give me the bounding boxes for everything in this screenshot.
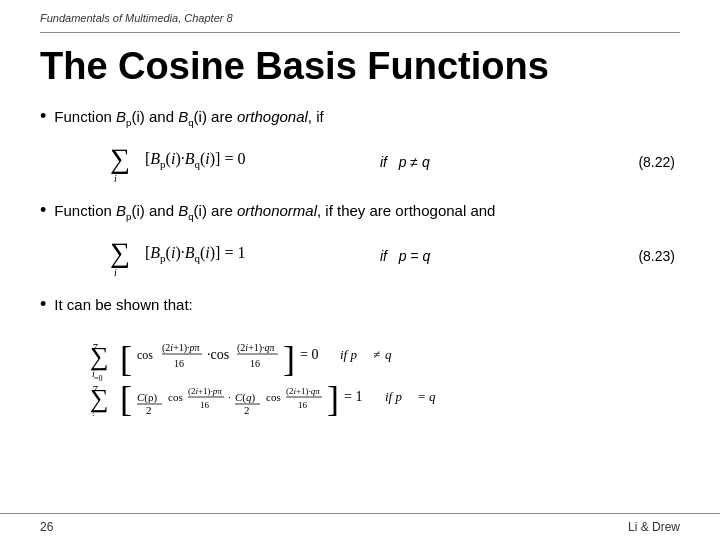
svg-text:16: 16 xyxy=(298,400,308,410)
svg-text:≠: ≠ xyxy=(373,347,380,362)
svg-text:·cos: ·cos xyxy=(207,347,229,362)
svg-text:i: i xyxy=(114,267,117,278)
equation-2-formula: ∑ i [Bp(i)·Bq(i)] = 1 xyxy=(100,228,300,284)
svg-text:i: i xyxy=(114,173,117,184)
bullet-2: • Function Bp(i) and Bq(i) are orthonorm… xyxy=(40,200,680,222)
svg-text:·: · xyxy=(228,391,231,403)
svg-text:16: 16 xyxy=(200,400,210,410)
header-text: Fundamentals of Multimedia, Chapter 8 xyxy=(40,12,233,24)
svg-text:2: 2 xyxy=(244,404,250,416)
bullet-text-2: Function Bp(i) and Bq(i) are orthonormal… xyxy=(54,202,495,222)
bullet-dot-2: • xyxy=(40,200,46,221)
svg-text:16: 16 xyxy=(250,358,260,369)
svg-text:(2i+1)·pπ: (2i+1)·pπ xyxy=(188,386,222,396)
svg-text:∑: ∑ xyxy=(90,384,109,413)
slide-title: The Cosine Basis Functions xyxy=(40,45,680,88)
svg-text:cos: cos xyxy=(266,391,281,403)
svg-text:]: ] xyxy=(327,379,339,416)
svg-text:(2i+1)·qπ: (2i+1)·qπ xyxy=(286,386,320,396)
bullet-1: • Function Bp(i) and Bq(i) are orthogona… xyxy=(40,106,680,128)
svg-text:[: [ xyxy=(120,339,132,379)
footer-bar: 26 Li & Drew xyxy=(0,513,720,540)
svg-text:∑: ∑ xyxy=(110,143,130,174)
page-container: Fundamentals of Multimedia, Chapter 8 Th… xyxy=(0,0,720,540)
svg-text:C(q): C(q) xyxy=(235,391,256,404)
bullet-3: • It can be shown that: xyxy=(40,294,680,315)
bullet-text-1: Function Bp(i) and Bq(i) are orthogonal,… xyxy=(54,108,323,128)
bullet-text-3: It can be shown that: xyxy=(54,296,192,313)
svg-text:q: q xyxy=(385,347,392,362)
svg-text:2: 2 xyxy=(146,404,152,416)
eq1-svg: ∑ i [Bp(i)·Bq(i)] = 0 xyxy=(100,134,300,186)
svg-text:if  p: if p xyxy=(385,389,402,404)
svg-text:[Bp(i)·Bq(i)] = 0: [Bp(i)·Bq(i)] = 0 xyxy=(145,150,245,170)
svg-text:= 1: = 1 xyxy=(344,389,362,404)
svg-text:(2i+1)·qπ: (2i+1)·qπ xyxy=(237,342,275,354)
svg-text:= 0: = 0 xyxy=(300,347,318,362)
svg-text:∑: ∑ xyxy=(90,342,109,371)
eq2-svg: ∑ i [Bp(i)·Bq(i)] = 1 xyxy=(100,228,300,280)
svg-text:[: [ xyxy=(120,379,132,416)
svg-text:=0: =0 xyxy=(94,374,103,383)
svg-text:cos: cos xyxy=(137,348,153,362)
large-formula-svg: 7 ∑ i =0 [ cos (2i+1)·pπ 16 ·cos (2i+1)·… xyxy=(90,321,510,416)
equation-1-area: ∑ i [Bp(i)·Bq(i)] = 0 if p ≠ q (8.22) xyxy=(40,134,680,190)
author: Li & Drew xyxy=(628,520,680,534)
svg-text:q: q xyxy=(429,389,436,404)
bullet-dot-1: • xyxy=(40,106,46,127)
svg-text:16: 16 xyxy=(174,358,184,369)
eq1-number: (8.22) xyxy=(638,154,680,170)
svg-text:(2i+1)·pπ: (2i+1)·pπ xyxy=(162,342,200,354)
page-number: 26 xyxy=(40,520,53,534)
svg-text:[Bp(i)·Bq(i)] = 1: [Bp(i)·Bq(i)] = 1 xyxy=(145,244,245,264)
svg-text:=: = xyxy=(418,389,425,404)
svg-text:∑: ∑ xyxy=(110,237,130,268)
svg-text:C(ρ): C(ρ) xyxy=(137,391,157,404)
eq2-number: (8.23) xyxy=(638,248,680,264)
bullet-dot-3: • xyxy=(40,294,46,315)
eq2-condition: if p = q xyxy=(380,248,430,264)
header-bar: Fundamentals of Multimedia, Chapter 8 xyxy=(40,0,680,33)
svg-text:if  p: if p xyxy=(340,347,357,362)
svg-text:cos: cos xyxy=(168,391,183,403)
svg-text:]: ] xyxy=(283,339,295,379)
large-formula-block: 7 ∑ i =0 [ cos (2i+1)·pπ 16 ·cos (2i+1)·… xyxy=(90,321,680,420)
equation-2-area: ∑ i [Bp(i)·Bq(i)] = 1 if p = q (8.23) xyxy=(40,228,680,284)
equation-1-formula: ∑ i [Bp(i)·Bq(i)] = 0 xyxy=(100,134,300,190)
eq1-condition: if p ≠ q xyxy=(380,154,430,170)
large-formula-svg-container: 7 ∑ i =0 [ cos (2i+1)·pπ 16 ·cos (2i+1)·… xyxy=(90,321,510,420)
